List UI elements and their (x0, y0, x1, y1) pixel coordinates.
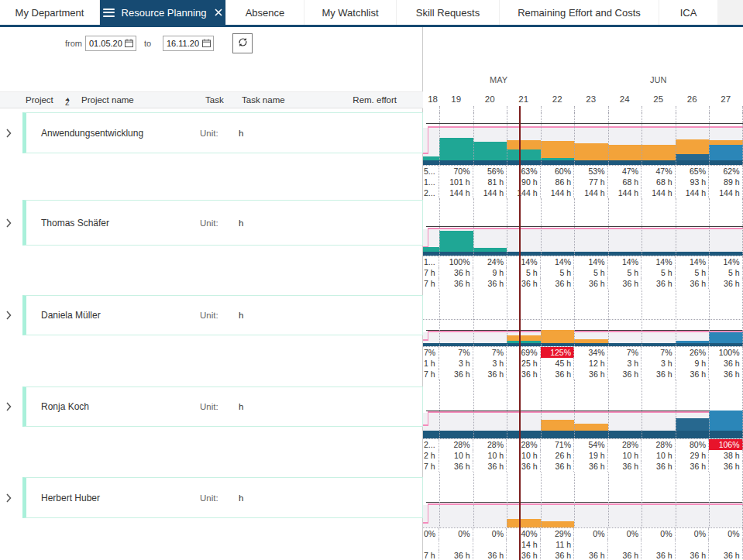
tab-remaining-effort[interactable]: Remaining Effort and Costs (499, 0, 659, 25)
capaciti-cell: 144 h (507, 187, 541, 198)
grid-tick (608, 106, 609, 112)
percent-row: 1...100%24%14%14%14%14%14%14%14% (423, 256, 743, 267)
capaciti-cell: 36 h (507, 369, 541, 380)
hours-cell: 7 h (423, 267, 439, 278)
percent-cell: 1... (423, 256, 439, 267)
hours-cell: 45 h (541, 358, 575, 369)
hours-cell (709, 539, 743, 550)
percent-cell: 7% (642, 347, 676, 358)
resource-row[interactable]: Thomas Schäfer Unit: h (22, 200, 423, 246)
column-header-project[interactable]: Project (26, 95, 53, 105)
capaciti-cell: 144 h (541, 187, 575, 198)
expand-chevron-icon[interactable] (3, 311, 14, 320)
column-gridline (608, 380, 609, 438)
capaciti-cell: 36 h (642, 550, 676, 560)
capacity-line (428, 126, 743, 128)
resource-name: Herbert Huber (41, 493, 100, 503)
resource-row[interactable]: Anwendungsentwicklung Unit: h (22, 112, 423, 153)
capacity-row: 7 h36 h36 h36 h36 h36 h36 h36 h36 h36 h (423, 278, 743, 289)
column-gridline (541, 112, 542, 165)
column-header-project-name[interactable]: Project name (81, 95, 134, 105)
percent-cell: 69% (507, 347, 541, 358)
tab-label: My Watchlist (322, 7, 378, 19)
week-label: 27 (709, 93, 743, 105)
hours-cell (473, 539, 507, 550)
tab-resource-planning[interactable]: Resource Planning (99, 0, 225, 25)
calendar-icon[interactable] (202, 39, 211, 49)
expand-chevron-icon[interactable] (3, 493, 14, 503)
utilization-band (423, 290, 743, 346)
capaciti-cell: 7 h (423, 369, 439, 380)
hours-cell: 26 h (541, 450, 575, 461)
percent-cell: 7% (608, 347, 642, 358)
capaciti-cell: 36 h (473, 278, 507, 289)
calendar-icon[interactable] (125, 39, 133, 49)
hours-cell: 38 h (709, 450, 743, 461)
week-values-block: 5...70%56%63%60%53%47%47%65%62%1...101 h… (423, 165, 743, 198)
resource-row[interactable]: Herbert Huber Unit: h (22, 477, 423, 518)
capaciti-cell: 7 h (423, 550, 439, 560)
tab-my-department[interactable]: My Department (0, 0, 99, 25)
resource-name: Anwendungsentwicklung (41, 128, 143, 139)
hours-cell: 3 h (439, 358, 473, 369)
percent-cell: 80% (676, 439, 710, 450)
column-header-rem-effort[interactable]: Rem. effort (353, 95, 397, 105)
expand-chevron-icon[interactable] (3, 402, 14, 411)
column-gridline (742, 472, 743, 527)
expand-chevron-icon[interactable] (3, 218, 14, 228)
percent-cell: 56% (473, 166, 507, 177)
percent-cell: 14% (709, 256, 743, 267)
tab-my-watchlist[interactable]: My Watchlist (304, 0, 396, 25)
week-values-block: 7%7%7%69%125%34%7%7%26%100%1 h3 h3 h25 h… (423, 346, 743, 379)
percent-cell: 26% (676, 347, 710, 358)
column-gridline (709, 112, 710, 165)
column-header-task-name[interactable]: Task name (242, 95, 285, 105)
hours-cell: 36 h (439, 267, 473, 278)
capacity-line-step (428, 228, 428, 248)
capaciti-cell: 36 h (541, 278, 575, 289)
week-label: 22 (541, 93, 575, 105)
utilization-bar-segment (423, 156, 439, 160)
sort-indicator[interactable]: 2▲ (65, 95, 71, 104)
capaciti-cell: 36 h (608, 369, 642, 380)
capaciti-cell: 36 h (574, 278, 608, 289)
from-label: from (65, 39, 82, 48)
percent-cell: 2... (423, 439, 439, 450)
column-gridline (507, 472, 507, 527)
close-icon[interactable] (215, 9, 222, 16)
tab-absence[interactable]: Absence (225, 0, 304, 25)
column-gridline (439, 290, 440, 346)
column-gridline (642, 112, 642, 165)
capaciti-cell: 36 h (642, 278, 676, 289)
resource-row[interactable]: Ronja Koch Unit: h (22, 387, 423, 427)
capacity-line-step (428, 331, 428, 341)
date-to-input[interactable]: 16.11.20 (163, 36, 214, 51)
column-gridline (676, 290, 676, 346)
capaciti-cell: 36 h (676, 278, 710, 289)
refresh-button[interactable] (232, 33, 253, 53)
capaciti-cell: 36 h (709, 461, 743, 472)
tab-label: Resource Planning (122, 7, 207, 19)
date-from-input[interactable]: 01.05.20 (85, 36, 136, 51)
utilization-bar-segment (709, 145, 743, 160)
column-header-task[interactable]: Task (205, 95, 224, 105)
tab-skill-requests[interactable]: Skill Requests (396, 0, 499, 25)
capaciti-cell: 144 h (439, 187, 473, 198)
column-gridline (676, 380, 676, 438)
capaciti-cell: 36 h (709, 278, 743, 289)
expand-chevron-icon[interactable] (3, 129, 14, 138)
utilization-bar-segment (676, 341, 710, 343)
utilization-bar-segment (574, 143, 608, 160)
column-gridline (574, 198, 575, 256)
hamburger-icon[interactable] (103, 6, 115, 19)
resource-row[interactable]: Daniela Müller Unit: h (22, 295, 423, 335)
column-gridline (507, 198, 507, 256)
hours-cell: 10 h (439, 450, 473, 461)
week-values-block: 0%0%0%40%29%0%0%0%0%0%14 h11 h7 h36 h36 … (423, 527, 743, 560)
percent-cell: 106% (709, 439, 743, 450)
utilization-bar-segment (439, 231, 473, 252)
hours-cell: 11 h (541, 539, 575, 550)
resource-name: Thomas Schäfer (41, 218, 109, 228)
tab-ica[interactable]: ICA (659, 0, 717, 25)
hours-cell: 5 h (709, 267, 743, 278)
